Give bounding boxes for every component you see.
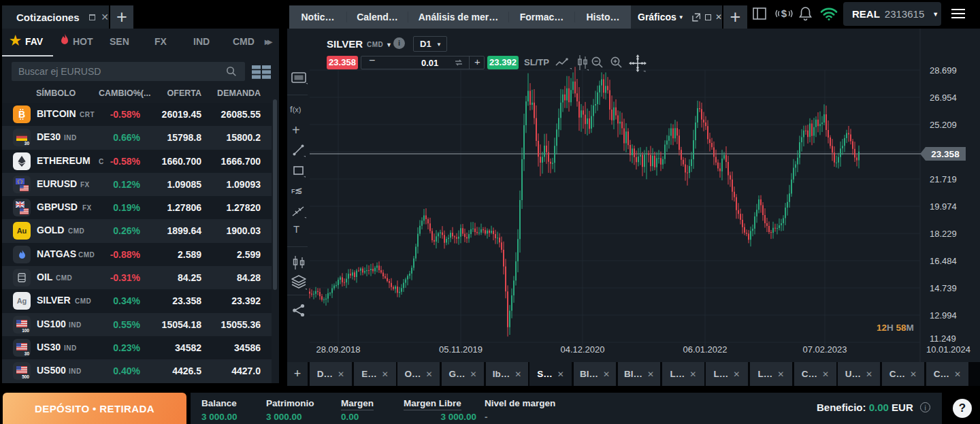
svg-text:23.358: 23.358 (931, 149, 960, 159)
svg-text:21.719: 21.719 (930, 174, 957, 184)
svg-text:12.994: 12.994 (930, 310, 957, 321)
svg-text:12H 58M: 12H 58M (877, 323, 914, 333)
svg-text:11.249: 11.249 (930, 333, 956, 344)
svg-text:19.974: 19.974 (930, 201, 957, 212)
svg-text:18.229: 18.229 (930, 229, 957, 239)
svg-text:04.12.2020: 04.12.2020 (560, 344, 604, 355)
svg-text:26.954: 26.954 (930, 93, 957, 103)
svg-text:14.739: 14.739 (930, 283, 957, 293)
svg-text:06.01.2022: 06.01.2022 (683, 344, 727, 355)
svg-text:25.209: 25.209 (930, 120, 957, 130)
svg-text:28.09.2018: 28.09.2018 (316, 344, 360, 355)
svg-text:07.02.2023: 07.02.2023 (802, 344, 847, 355)
svg-text:16.484: 16.484 (930, 256, 957, 266)
svg-text:B: B (18, 109, 25, 120)
svg-text:28.699: 28.699 (930, 65, 957, 76)
svg-text:10.01.2024: 10.01.2024 (926, 344, 970, 355)
svg-text:05.11.2019: 05.11.2019 (439, 344, 483, 355)
svg-text:$: $ (781, 7, 787, 19)
